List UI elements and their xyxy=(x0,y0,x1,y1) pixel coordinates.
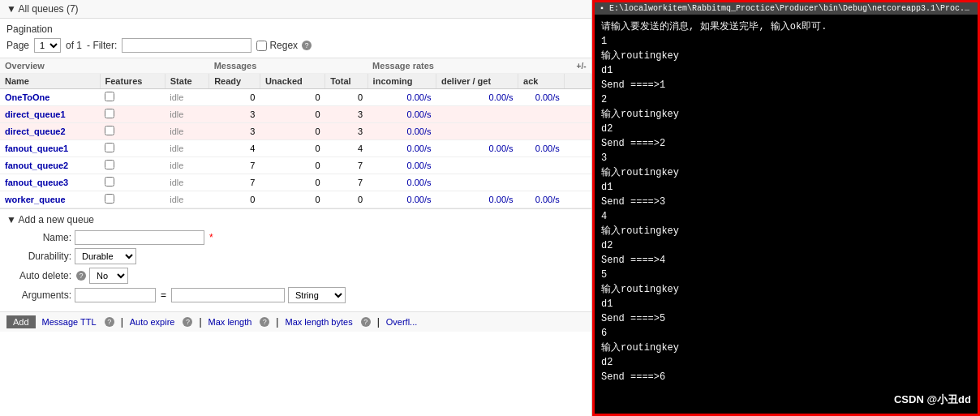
cell-state: idle xyxy=(165,123,208,140)
cell-deliver xyxy=(436,174,518,191)
cell-unacked: 0 xyxy=(260,140,325,157)
cell-incoming: 0.00/s xyxy=(368,157,436,174)
cell-deliver xyxy=(436,157,518,174)
col-checkbox xyxy=(565,74,591,89)
cell-state: idle xyxy=(165,140,208,157)
auto-delete-select[interactable]: No Yes xyxy=(89,268,128,284)
overflow-link[interactable]: Overfl... xyxy=(386,317,418,327)
cell-name: direct_queue1 xyxy=(0,106,100,123)
cell-ready: 3 xyxy=(209,106,260,123)
cell-ack: 0.00/s xyxy=(518,89,565,106)
queue-link[interactable]: OneToOne xyxy=(5,92,49,102)
name-input[interactable] xyxy=(75,230,204,245)
cell-ready: 0 xyxy=(209,191,260,208)
all-queues-header[interactable]: ▼ All queues (7) xyxy=(0,0,591,19)
cell-ack xyxy=(518,106,565,123)
regex-help[interactable]: ? xyxy=(302,41,312,50)
cell-ack xyxy=(518,123,565,140)
divider2: | xyxy=(199,316,201,328)
auto-expire-link[interactable]: Auto expire xyxy=(130,317,175,327)
cell-deliver xyxy=(436,106,518,123)
name-row: Name: * xyxy=(6,230,585,245)
args-type-select[interactable]: String Number Boolean xyxy=(288,287,346,303)
message-ttl-link[interactable]: Message TTL xyxy=(42,317,97,327)
feature-checkbox[interactable] xyxy=(105,160,114,169)
feature-checkbox[interactable] xyxy=(105,177,114,187)
durability-select[interactable]: Durable Transient xyxy=(75,248,136,264)
table-row: direct_queue2 idle 3 0 3 0.00/s xyxy=(0,123,591,140)
cell-total: 0 xyxy=(325,89,368,106)
queue-link[interactable]: direct_queue1 xyxy=(5,109,66,119)
cell-features xyxy=(100,123,165,140)
feature-checkbox[interactable] xyxy=(105,92,114,101)
cell-unacked: 0 xyxy=(260,106,325,123)
of-label: of 1 xyxy=(66,40,82,51)
message-ttl-help[interactable]: ? xyxy=(105,317,114,327)
cell-incoming: 0.00/s xyxy=(368,106,436,123)
pagination-section: Pagination Page 1 of 1 - Filter: Regex ? xyxy=(0,19,591,58)
max-length-link[interactable]: Max length xyxy=(208,317,252,327)
cell-pm xyxy=(565,174,591,191)
regex-label: Regex xyxy=(269,40,298,51)
pagination-row: Page 1 of 1 - Filter: Regex ? xyxy=(6,38,585,53)
add-queue-header[interactable]: ▼ Add a new queue xyxy=(6,214,585,225)
feature-checkbox[interactable] xyxy=(105,109,114,118)
auto-delete-help[interactable]: ? xyxy=(76,271,86,281)
queue-link[interactable]: fanout_queue2 xyxy=(5,161,68,170)
page-select[interactable]: 1 xyxy=(34,38,61,53)
feature-checkbox[interactable] xyxy=(105,194,114,204)
col-ack: ack xyxy=(518,74,565,89)
col-deliver: deliver / get xyxy=(436,74,518,89)
rates-group: Message rates xyxy=(368,58,565,74)
col-incoming: incoming xyxy=(368,74,436,89)
divider3: | xyxy=(276,316,278,328)
terminal-panel: ▪ E:\localworkitem\Rabbitmq_Proctice\Pro… xyxy=(592,0,980,416)
cell-state: idle xyxy=(165,191,208,208)
args-value-input[interactable] xyxy=(171,288,285,302)
feature-checkbox[interactable] xyxy=(105,126,114,135)
arguments-label: Arguments: xyxy=(6,289,71,301)
required-star: * xyxy=(209,232,213,243)
cell-state: idle xyxy=(165,106,208,123)
cell-name: worker_queue xyxy=(0,191,100,208)
cell-name: fanout_queue3 xyxy=(0,174,100,191)
args-key-input[interactable] xyxy=(75,288,156,302)
cell-total: 3 xyxy=(325,106,368,123)
cell-name: OneToOne xyxy=(0,89,100,106)
cell-name: fanout_queue1 xyxy=(0,140,100,157)
max-length-bytes-help[interactable]: ? xyxy=(361,317,371,327)
cell-ready: 7 xyxy=(209,174,260,191)
feature-checkbox[interactable] xyxy=(105,143,114,152)
filter-input[interactable] xyxy=(122,38,251,53)
cell-ready: 3 xyxy=(209,123,260,140)
cell-unacked: 0 xyxy=(260,174,325,191)
max-length-bytes-link[interactable]: Max length bytes xyxy=(285,317,352,327)
cell-ready: 0 xyxy=(209,89,260,106)
regex-container: Regex ? xyxy=(256,40,312,51)
queue-link[interactable]: worker_queue xyxy=(5,195,66,204)
cell-total: 7 xyxy=(325,157,368,174)
auto-expire-help[interactable]: ? xyxy=(183,317,192,327)
all-queues-title: All queues (7) xyxy=(19,3,79,15)
bottom-buttons: Add Message TTL ? | Auto expire ? | Max … xyxy=(6,315,585,328)
cell-state: idle xyxy=(165,157,208,174)
queue-table: Overview Messages Message rates +/- Name… xyxy=(0,58,591,208)
cell-ready: 4 xyxy=(209,140,260,157)
table-row: fanout_queue1 idle 4 0 4 0.00/s 0.00/s 0… xyxy=(0,140,591,157)
max-length-help[interactable]: ? xyxy=(260,317,269,327)
cell-ack xyxy=(518,157,565,174)
cell-pm xyxy=(565,157,591,174)
queue-link[interactable]: fanout_queue3 xyxy=(5,178,68,187)
durability-label: Durability: xyxy=(6,251,71,262)
cell-ack xyxy=(518,174,565,191)
cell-pm xyxy=(565,106,591,123)
queue-link[interactable]: direct_queue2 xyxy=(5,127,66,136)
table-row: OneToOne idle 0 0 0 0.00/s 0.00/s 0.00/s xyxy=(0,89,591,106)
cell-pm xyxy=(565,191,591,208)
queue-link[interactable]: fanout_queue1 xyxy=(5,144,68,153)
divider1: | xyxy=(121,316,123,328)
cell-features xyxy=(100,89,165,106)
divider4: | xyxy=(377,316,380,328)
add-button[interactable]: Add xyxy=(6,315,36,328)
regex-checkbox[interactable] xyxy=(256,41,267,51)
